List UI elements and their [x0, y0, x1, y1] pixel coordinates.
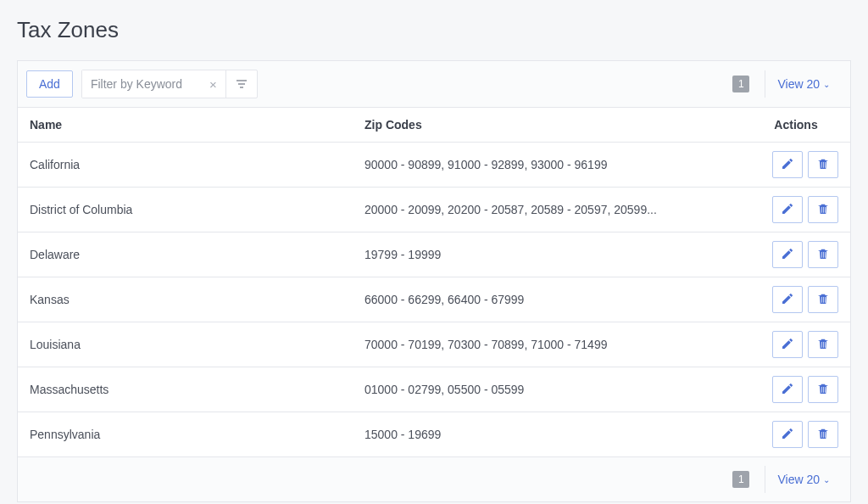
close-icon[interactable]: × [201, 77, 225, 92]
pencil-icon [781, 247, 794, 263]
edit-button[interactable] [772, 241, 803, 268]
delete-button[interactable] [808, 376, 838, 403]
cell-zip: 66000 - 66299, 66400 - 67999 [364, 293, 754, 306]
delete-button[interactable] [808, 331, 838, 358]
view-selector-footer[interactable]: View 20 ⌄ [765, 466, 842, 493]
cell-name: Kansas [30, 293, 364, 306]
view-selector-label: View 20 [777, 473, 820, 486]
table-row: Massachusetts01000 - 02799, 05500 - 0559… [18, 367, 850, 412]
delete-button[interactable] [808, 421, 838, 448]
cell-zip: 20000 - 20099, 20200 - 20587, 20589 - 20… [364, 203, 754, 216]
chevron-down-icon: ⌄ [823, 475, 830, 484]
table-row: District of Columbia20000 - 20099, 20200… [18, 188, 850, 232]
pencil-icon [781, 292, 794, 308]
edit-button[interactable] [772, 421, 803, 448]
trash-icon [816, 202, 830, 218]
cell-name: Massachusetts [30, 383, 364, 396]
pencil-icon [781, 427, 794, 443]
page-title: Tax Zones [17, 17, 851, 43]
edit-button[interactable] [772, 376, 803, 403]
cell-zip: 19799 - 19999 [364, 248, 754, 261]
trash-icon [816, 337, 830, 353]
filter-icon[interactable] [225, 70, 257, 98]
chevron-down-icon: ⌄ [823, 80, 830, 89]
cell-actions [754, 331, 838, 358]
main-panel: Add × 1 View 20 ⌄ Name Zip Codes Actions [17, 60, 851, 502]
header-name: Name [30, 118, 364, 132]
table-body: California90000 - 90899, 91000 - 92899, … [18, 143, 850, 456]
trash-icon [816, 427, 830, 443]
trash-icon [816, 247, 830, 263]
filter-input[interactable] [82, 70, 201, 98]
cell-name: Delaware [30, 248, 364, 261]
trash-icon [816, 382, 830, 398]
trash-icon [816, 292, 830, 308]
toolbar-right: 1 View 20 ⌄ [732, 70, 842, 98]
delete-button[interactable] [808, 151, 838, 178]
edit-button[interactable] [772, 331, 803, 358]
table-row: California90000 - 90899, 91000 - 92899, … [18, 143, 850, 188]
pencil-icon [781, 337, 794, 353]
delete-button[interactable] [808, 241, 838, 268]
cell-actions [754, 421, 838, 448]
table-header: Name Zip Codes Actions [18, 108, 850, 143]
header-zip: Zip Codes [364, 118, 754, 132]
cell-name: Pennsylvania [30, 428, 364, 441]
table-footer: 1 View 20 ⌄ [18, 456, 850, 501]
toolbar: Add × 1 View 20 ⌄ [18, 61, 850, 108]
filter-group: × [81, 70, 258, 98]
view-selector[interactable]: View 20 ⌄ [765, 70, 842, 98]
delete-button[interactable] [808, 196, 838, 223]
cell-zip: 90000 - 90899, 91000 - 92899, 93000 - 96… [364, 158, 754, 171]
cell-zip: 15000 - 19699 [364, 428, 754, 441]
table-row: Pennsylvania15000 - 19699 [18, 412, 850, 456]
edit-button[interactable] [772, 196, 803, 223]
cell-name: Louisiana [30, 338, 364, 351]
edit-button[interactable] [772, 286, 803, 313]
table-row: Louisiana70000 - 70199, 70300 - 70899, 7… [18, 322, 850, 367]
cell-actions [754, 196, 838, 223]
pencil-icon [781, 202, 794, 218]
table-row: Delaware19799 - 19999 [18, 232, 850, 277]
cell-actions [754, 241, 838, 268]
delete-button[interactable] [808, 286, 838, 313]
add-button[interactable]: Add [26, 70, 73, 98]
trash-icon [816, 157, 830, 173]
view-selector-label: View 20 [777, 77, 820, 91]
cell-zip: 01000 - 02799, 05500 - 05599 [364, 383, 754, 396]
page-badge-footer[interactable]: 1 [732, 471, 749, 488]
pencil-icon [781, 157, 794, 173]
cell-name: California [30, 158, 364, 171]
cell-actions [754, 286, 838, 313]
edit-button[interactable] [772, 151, 803, 178]
page-badge[interactable]: 1 [732, 76, 749, 92]
pencil-icon [781, 382, 794, 398]
cell-name: District of Columbia [30, 203, 364, 216]
cell-actions [754, 376, 838, 403]
cell-actions [754, 151, 838, 178]
header-actions: Actions [754, 118, 838, 132]
cell-zip: 70000 - 70199, 70300 - 70899, 71000 - 71… [364, 338, 754, 351]
table-row: Kansas66000 - 66299, 66400 - 67999 [18, 277, 850, 322]
